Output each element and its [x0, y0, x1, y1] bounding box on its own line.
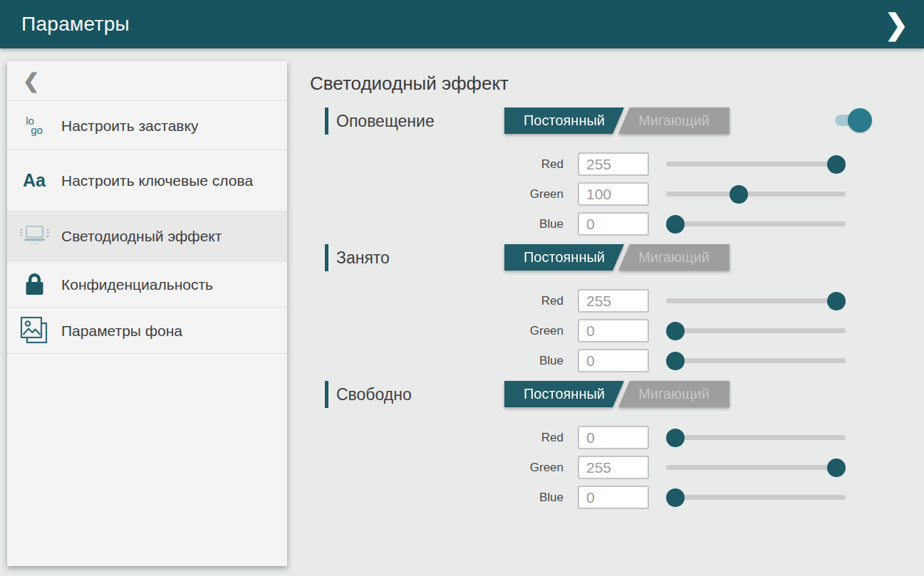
section-accent-bar	[325, 381, 328, 408]
section-accent-bar	[325, 244, 328, 271]
switch-thumb	[848, 108, 872, 132]
mode-blinking-button[interactable]: Мигающий	[618, 381, 730, 407]
font-aa-icon: Aa	[7, 170, 61, 191]
mode-constant-button[interactable]: Постоянный	[504, 108, 624, 134]
lock-icon	[7, 272, 61, 297]
red-slider[interactable]	[666, 429, 846, 447]
channel-label: Green	[489, 324, 578, 338]
sidebar-item-label: Настроить ключевые слова	[61, 171, 260, 190]
section-title: Оповещение	[336, 112, 435, 131]
section-free: Свободно Постоянный Мигающий Red Green B…	[325, 381, 880, 509]
chevron-left-icon: ❮	[23, 69, 39, 93]
sidebar-item-led-effect[interactable]: Светодиодный эффект	[7, 211, 287, 261]
section-title: Занято	[336, 248, 390, 268]
page-title: Параметры	[21, 13, 130, 36]
channel-row-red: Red	[489, 426, 880, 449]
mode-toggle: Постоянный Мигающий	[504, 381, 730, 407]
blue-slider[interactable]	[666, 215, 846, 234]
sidebar-item-privacy[interactable]: Конфиденциальность	[7, 261, 287, 308]
sidebar-back-button[interactable]: ❮	[7, 61, 287, 101]
led-display-icon	[7, 224, 61, 249]
app-header: Параметры ❯	[0, 0, 924, 48]
mode-constant-button[interactable]: Постоянный	[504, 244, 624, 271]
sidebar-item-label: Конфиденциальность	[61, 275, 220, 294]
channel-label: Red	[489, 157, 578, 172]
settings-sidebar: ❮ logo Настроить заставку Aa Настроить к…	[7, 61, 287, 566]
green-slider[interactable]	[666, 322, 846, 340]
mode-blinking-button[interactable]: Мигающий	[618, 108, 730, 134]
channel-row-green: Green	[489, 319, 880, 342]
section-notification: Оповещение Постоянный Мигающий Red Green…	[325, 108, 880, 236]
images-icon	[7, 315, 61, 346]
red-slider[interactable]	[666, 155, 846, 174]
sidebar-item-splash-screen[interactable]: logo Настроить заставку	[7, 101, 287, 150]
led-effect-panel: Светодиодный эффект Оповещение Постоянны…	[310, 48, 880, 518]
sidebar-item-label: Настроить заставку	[61, 116, 205, 135]
sidebar-item-label: Параметры фона	[61, 321, 190, 340]
mode-constant-button[interactable]: Постоянный	[504, 381, 624, 407]
notification-switch[interactable]	[835, 115, 868, 126]
blue-slider[interactable]	[666, 488, 846, 507]
green-value-input[interactable]	[578, 182, 649, 206]
channel-label: Green	[489, 187, 578, 201]
sidebar-item-keywords[interactable]: Aa Настроить ключевые слова	[7, 150, 287, 211]
blue-slider[interactable]	[666, 352, 846, 370]
red-slider[interactable]	[666, 292, 846, 310]
blue-value-input[interactable]	[578, 212, 649, 236]
red-value-input[interactable]	[578, 289, 649, 313]
channel-row-blue: Blue	[489, 486, 880, 509]
channel-row-blue: Blue	[489, 212, 880, 236]
channel-row-green: Green	[489, 456, 880, 479]
mode-toggle: Постоянный Мигающий	[504, 244, 730, 271]
green-value-input[interactable]	[578, 456, 649, 479]
channel-label: Red	[489, 294, 578, 308]
red-value-input[interactable]	[578, 152, 649, 176]
channel-row-red: Red	[489, 289, 880, 313]
chevron-right-icon[interactable]: ❯	[880, 10, 913, 38]
channel-label: Blue	[489, 354, 578, 368]
channel-label: Green	[489, 461, 578, 475]
section-busy: Занято Постоянный Мигающий Red Green Blu…	[325, 244, 880, 372]
green-slider[interactable]	[666, 185, 846, 204]
mode-toggle: Постоянный Мигающий	[504, 108, 730, 134]
green-value-input[interactable]	[578, 319, 649, 342]
red-value-input[interactable]	[578, 426, 649, 449]
channel-row-green: Green	[489, 182, 880, 206]
channel-label: Blue	[489, 491, 578, 505]
sidebar-item-label: Светодиодный эффект	[61, 226, 229, 246]
blue-value-input[interactable]	[578, 349, 649, 372]
green-slider[interactable]	[666, 459, 846, 477]
sidebar-item-background[interactable]: Параметры фона	[7, 308, 287, 354]
channel-label: Blue	[489, 217, 578, 231]
channel-row-red: Red	[489, 152, 880, 176]
panel-title: Светодиодный эффект	[310, 73, 880, 95]
channel-row-blue: Blue	[489, 349, 880, 372]
mode-blinking-button[interactable]: Мигающий	[618, 244, 730, 271]
section-title: Свободно	[336, 385, 412, 404]
channel-label: Red	[489, 431, 578, 445]
blue-value-input[interactable]	[578, 486, 649, 509]
logo-text-icon: logo	[7, 116, 61, 135]
section-accent-bar	[325, 108, 328, 135]
